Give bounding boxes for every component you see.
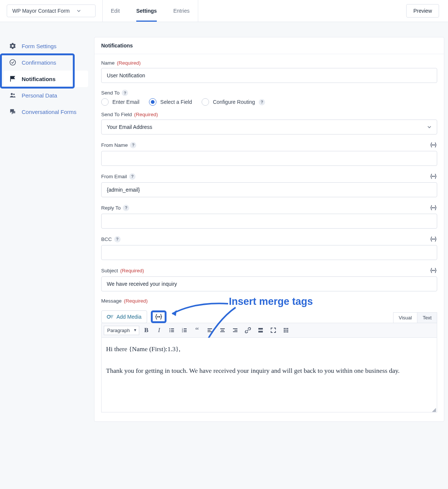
fullscreen-button[interactable] [268,325,279,336]
name-input[interactable] [101,68,437,83]
form-selector[interactable]: WP Mayor Contact Form [7,4,96,17]
check-circle-icon [9,59,16,66]
svg-point-7 [432,207,433,208]
preview-button[interactable]: Preview [406,4,439,18]
from-name-input[interactable] [101,151,437,166]
svg-rect-31 [220,328,225,329]
link-button[interactable] [242,325,253,336]
sidebar-item-conversational-forms[interactable]: Conversational Forms [4,103,88,120]
blockquote-button[interactable]: “ [192,325,203,336]
svg-rect-45 [287,330,288,331]
sidebar-item-label: Notifications [22,76,56,82]
svg-rect-36 [233,331,237,332]
svg-rect-40 [284,328,285,329]
italic-button[interactable]: I [153,325,165,336]
merge-tags-icon[interactable] [430,141,437,149]
tab-edit[interactable]: Edit [103,0,128,22]
reply-to-input[interactable] [101,214,437,229]
svg-rect-43 [284,330,285,331]
message-merge-tags-button[interactable] [151,310,167,323]
tab-entries[interactable]: Entries [165,0,198,22]
people-icon [9,92,16,99]
svg-point-5 [432,176,433,177]
align-left-button[interactable] [204,325,215,336]
help-icon[interactable]: ? [114,236,121,242]
from-email-input[interactable] [101,182,437,197]
editor-tab-text[interactable]: Text [417,312,437,323]
message-editor[interactable]: Hi there {Name (First):1.3}, Thank you f… [101,338,437,412]
chevron-down-icon [427,125,432,129]
gear-icon [9,42,16,50]
svg-point-3 [432,145,433,145]
svg-rect-17 [171,328,174,329]
editor-tab-visual[interactable]: Visual [393,312,417,323]
bcc-label: BCC [101,236,112,242]
send-to-field-select[interactable]: Your Email Address [101,120,437,134]
sidebar-item-notifications[interactable]: Notifications [4,71,88,87]
svg-point-2 [13,94,15,95]
merge-tags-icon[interactable] [430,204,437,211]
resize-handle[interactable]: ◢ [432,408,436,411]
svg-rect-25 [184,330,187,331]
svg-point-9 [432,239,433,239]
svg-rect-28 [208,328,212,329]
sidebar-item-confirmations[interactable]: Confirmations [4,54,88,71]
send-to-select-field[interactable]: Select a Field [149,98,192,106]
svg-rect-46 [284,331,285,332]
sidebar-item-label: Personal Data [22,92,57,99]
svg-rect-21 [171,331,174,332]
reply-to-label: Reply To [101,205,121,211]
merge-tags-icon[interactable] [430,173,437,180]
sidebar-item-label: Form Settings [22,43,56,49]
svg-point-16 [169,328,171,329]
help-icon[interactable]: ? [259,99,265,105]
subject-label: Subject [101,268,118,273]
svg-rect-19 [171,330,174,331]
align-center-button[interactable] [217,325,228,336]
required-indicator: (Required) [117,60,141,66]
required-indicator: (Required) [134,112,158,117]
send-to-configure-routing[interactable]: Configure Routing ? [202,98,265,106]
merge-tags-icon[interactable] [430,235,437,243]
svg-point-15 [159,316,160,317]
align-right-button[interactable] [230,325,241,336]
required-indicator: (Required) [120,268,144,273]
bcc-input[interactable] [101,245,437,260]
message-line-2: Thank you for getting in touch. We have … [106,365,432,377]
tab-settings[interactable]: Settings [128,0,165,22]
bold-button[interactable]: B [141,325,152,336]
svg-point-0 [10,60,16,65]
add-media-button[interactable]: Add Media [101,310,147,323]
subject-input[interactable] [101,276,437,291]
help-icon[interactable]: ? [123,205,129,211]
format-select[interactable]: Paragraph [104,326,139,335]
svg-rect-41 [286,328,287,329]
help-icon[interactable]: ? [130,142,136,148]
svg-rect-37 [258,328,263,329]
editor-toolbar: Paragraph ▼ B I 123 “ [101,323,437,338]
radio-icon [149,98,156,106]
svg-rect-29 [208,330,211,331]
sidebar-item-form-settings[interactable]: Form Settings [4,38,88,54]
svg-rect-44 [286,330,287,331]
merge-tags-icon[interactable] [430,267,437,274]
svg-point-14 [158,316,158,317]
toolbar-toggle-button[interactable] [280,325,292,336]
svg-rect-34 [233,328,237,329]
help-icon[interactable]: ? [122,90,128,96]
notifications-panel: Notifications Name (Required) Send To ? [94,37,444,422]
svg-point-10 [434,239,435,239]
sidebar-item-label: Conversational Forms [22,109,77,115]
sidebar-item-personal-data[interactable]: Personal Data [4,87,88,103]
form-selector-label: WP Mayor Contact Form [12,8,70,14]
svg-rect-30 [208,331,212,332]
sidebar: Form Settings Confirmations Notification… [4,37,88,120]
chat-icon [9,108,16,115]
send-to-field-label: Send To Field [101,112,132,117]
help-icon[interactable]: ? [129,173,136,180]
numbered-list-button[interactable]: 123 [179,325,190,336]
svg-point-18 [169,330,171,331]
bullet-list-button[interactable] [166,325,177,336]
read-more-button[interactable] [255,325,266,336]
send-to-enter-email[interactable]: Enter Email [101,98,139,106]
